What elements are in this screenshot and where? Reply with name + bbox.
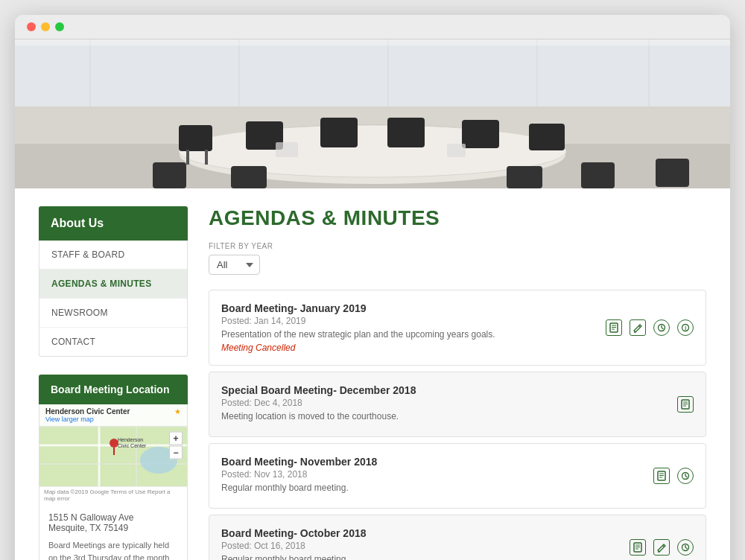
meeting-info: Special Board Meeting- December 2018 Pos… <box>221 384 665 424</box>
browser-chrome <box>15 15 730 39</box>
svg-line-41 <box>638 325 640 327</box>
meeting-description: Presentation of the new strategic plan a… <box>221 329 594 340</box>
svg-rect-15 <box>529 124 565 150</box>
svg-rect-17 <box>231 166 267 188</box>
svg-rect-20 <box>656 159 689 187</box>
page-title: AGENDAS & MINUTES <box>209 206 706 230</box>
map-zoom-in-button[interactable]: + <box>169 432 183 445</box>
meeting-posted: Posted: Nov 13, 2018 <box>221 469 641 480</box>
svg-rect-23 <box>276 142 298 157</box>
sidebar: About Us STAFF & BOARD AGENDAS & MINUTES… <box>39 206 188 560</box>
svg-rect-24 <box>447 144 466 157</box>
map-star-icon: ★ <box>174 407 181 416</box>
clock-icon[interactable] <box>677 468 694 484</box>
filter-section: FILTER BY YEAR All 2019 2018 2017 2016 <box>209 242 706 275</box>
map-overlay: ★ Henderson Civic Center View larger map <box>39 404 187 426</box>
board-meeting-widget: Henderson Civic Center ★ Henderson Civic… <box>39 404 188 560</box>
meeting-actions <box>653 468 694 484</box>
map-footer: Map data ©2019 Google Terms of Use Repor… <box>39 486 187 503</box>
meeting-description: Regular monthly board meeting. <box>221 483 641 493</box>
svg-rect-12 <box>320 118 358 147</box>
svg-rect-22 <box>205 150 208 165</box>
map-view-larger-link[interactable]: View larger map <box>45 416 181 423</box>
svg-line-58 <box>685 476 688 477</box>
sidebar-item-agendas[interactable]: AGENDAS & MINUTES <box>39 270 187 299</box>
maximize-dot[interactable] <box>55 22 64 31</box>
sidebar-item-newsroom[interactable]: NEWSROOM <box>39 299 187 328</box>
sidebar-location-note: Board Meetings are typically held on the… <box>48 539 178 560</box>
year-filter-select[interactable]: All 2019 2018 2017 2016 <box>209 255 260 275</box>
document-icon[interactable] <box>653 468 670 484</box>
meetings-list: Board Meeting- January 2019 Posted: Jan … <box>209 290 706 560</box>
sidebar-widget-heading: Board Meeting Location <box>39 375 188 404</box>
close-dot[interactable] <box>27 22 36 31</box>
svg-line-63 <box>662 545 664 547</box>
meeting-info: Board Meeting- January 2019 Posted: Jan … <box>221 302 594 353</box>
hero-banner <box>15 39 730 188</box>
svg-rect-3 <box>89 39 91 106</box>
svg-rect-7 <box>648 39 650 106</box>
clock-icon[interactable] <box>677 539 694 556</box>
svg-rect-21 <box>186 150 189 165</box>
meeting-description: Regular monthly board meeting. <box>221 554 618 560</box>
document-icon[interactable] <box>677 396 694 413</box>
document-icon[interactable] <box>606 319 622 336</box>
clock-icon[interactable] <box>653 319 670 336</box>
meeting-actions <box>677 396 694 413</box>
meeting-title: Special Board Meeting- December 2018 <box>221 384 665 396</box>
page-content: About Us STAFF & BOARD AGENDAS & MINUTES… <box>15 188 730 560</box>
sidebar-item-contact[interactable]: CONTACT <box>39 328 187 356</box>
svg-rect-10 <box>179 125 212 151</box>
svg-rect-4 <box>238 39 240 106</box>
svg-rect-25 <box>15 39 730 45</box>
sidebar-nav: STAFF & BOARD AGENDAS & MINUTES NEWSROOM… <box>39 241 188 357</box>
table-row: Board Meeting- October 2018 Posted: Oct … <box>209 515 706 560</box>
sidebar-item-staff-board[interactable]: STAFF & BOARD <box>39 241 187 270</box>
meeting-description: Meeting location is moved to the courtho… <box>221 411 665 421</box>
svg-rect-18 <box>507 166 542 188</box>
svg-rect-19 <box>581 162 615 188</box>
sidebar-location-info: 1515 N Galloway Ave Mesquite, TX 75149 B… <box>39 503 187 560</box>
meeting-posted: Posted: Dec 4, 2018 <box>221 398 665 408</box>
sidebar-about-heading: About Us <box>39 206 188 241</box>
svg-text:i: i <box>685 325 686 331</box>
map-location-name: Henderson Civic Center <box>45 407 130 416</box>
meeting-posted: Posted: Oct 16, 2018 <box>221 541 618 551</box>
svg-text:Civic Center: Civic Center <box>118 443 147 448</box>
meeting-cancelled-label: Meeting Cancelled <box>221 343 594 353</box>
meeting-actions: i <box>606 319 694 336</box>
meeting-info: Board Meeting- November 2018 Posted: Nov… <box>221 456 641 496</box>
filter-label: FILTER BY YEAR <box>209 242 706 250</box>
svg-line-67 <box>685 547 688 549</box>
info-icon[interactable]: i <box>677 319 694 336</box>
svg-rect-16 <box>153 162 186 188</box>
svg-rect-14 <box>462 120 499 148</box>
meeting-title: Board Meeting- January 2019 <box>221 302 594 314</box>
meeting-title: Board Meeting- October 2018 <box>221 527 618 539</box>
meeting-posted: Posted: Jan 14, 2019 <box>221 316 594 326</box>
svg-rect-13 <box>387 118 425 147</box>
meeting-title: Board Meeting- November 2018 <box>221 456 641 468</box>
main-content: AGENDAS & MINUTES FILTER BY YEAR All 201… <box>209 206 706 560</box>
table-row: Board Meeting- January 2019 Posted: Jan … <box>209 290 706 366</box>
sidebar-location-address: 1515 N Galloway Ave Mesquite, TX 75149 <box>48 512 178 533</box>
svg-rect-6 <box>536 39 538 106</box>
meeting-actions <box>630 539 694 556</box>
minimize-dot[interactable] <box>41 22 50 31</box>
svg-text:Henderson: Henderson <box>118 437 143 442</box>
table-row: Board Meeting- November 2018 Posted: Nov… <box>209 443 706 509</box>
map-zoom-out-button[interactable]: − <box>169 446 183 459</box>
browser-window: About Us STAFF & BOARD AGENDAS & MINUTES… <box>15 15 730 560</box>
edit-icon[interactable] <box>653 539 670 556</box>
svg-rect-2 <box>15 39 730 106</box>
map-controls: + − <box>169 432 183 459</box>
svg-rect-5 <box>387 39 389 106</box>
table-row: Special Board Meeting- December 2018 Pos… <box>209 372 706 437</box>
svg-line-45 <box>662 328 664 329</box>
meeting-info: Board Meeting- October 2018 Posted: Oct … <box>221 527 618 560</box>
document-icon[interactable] <box>630 539 646 556</box>
map-container[interactable]: Henderson Civic Center ★ Henderson Civic… <box>39 404 187 486</box>
edit-icon[interactable] <box>630 319 646 336</box>
